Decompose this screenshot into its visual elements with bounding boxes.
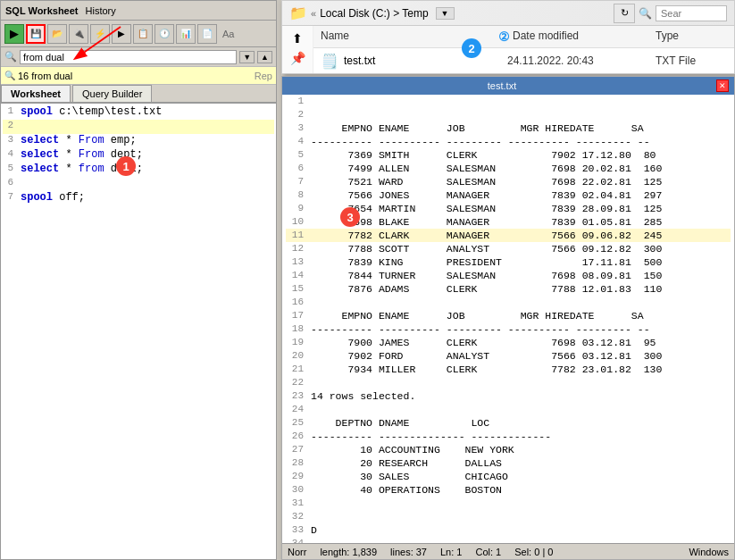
terminal-body[interactable]: 1 2 3 EMPNO ENAME JOB MGR HIREDATE SA 4-… [282,95,734,543]
nav-up-icon[interactable]: ⬆ [288,29,307,47]
file-column-header: Name ② Date modified Type [313,26,734,48]
aa-label: Aa [219,27,238,41]
red-arrow [49,18,156,71]
dropdown-btn[interactable]: ▼ [239,51,255,63]
term-line-19: 19 7900 JAMES CLERK 7698 03.12.81 95 [286,336,731,349]
term-line-24: 24 [286,403,731,416]
term-line-6: 6 7499 ALLEN SALESMAN 7698 20.02.81 160 [286,162,731,175]
history-button[interactable]: 🕐 [155,24,174,44]
annotation-1: 1 [116,156,136,176]
term-line-11: 11 7782 CLARK MANAGER 7566 09.06.82 245 [286,229,731,242]
file-list: Name ② Date modified Type 🗒️ test.txt 24… [313,26,734,73]
term-line-23: 2314 rows selected. [286,389,731,403]
hint-text: 16 from dual [18,71,255,81]
rep-label: Rep [255,71,272,81]
tabs-bar: Worksheet Query Builder [1,85,276,104]
term-line-32: 32 [286,510,731,523]
dbms-output-button[interactable]: 📄 [197,24,217,44]
file-date: 24.11.2022. 20:43 [507,54,650,67]
file-search-input[interactable] [656,5,727,21]
sort-circle: ② [495,29,513,44]
term-line-14: 14 7844 TURNER SALESMAN 7698 08.09.81 15… [286,269,731,282]
term-line-31: 31 [286,497,731,510]
term-line-26: 26---------- -------------- ------------… [286,430,731,443]
annotation-2: 2 [462,38,481,58]
sql-worksheet-panel: SQL Worksheet History ▶ 💾 📂 🔌 ⚡ ▶ 📋 🕐 📊 … [0,0,277,560]
term-line-25: 25 DEPTNO DNAME LOC [286,416,731,430]
terminal-statusbar: Norr length: 1,839 lines: 37 Ln: 1 Col: … [282,543,734,559]
tab-worksheet[interactable]: Worksheet [1,85,71,102]
status-length: length: 1,839 [320,547,377,557]
code-line-2: 2 [3,120,274,134]
term-line-28: 28 20 RESEARCH DALLAS [286,456,731,470]
status-encoding: Windows [689,547,729,557]
term-line-4: 4---------- ---------- --------- -------… [286,135,731,148]
status-norr: Norr [288,547,306,557]
status-sel: Sel: 0 | 0 [514,547,553,557]
tab-query-builder[interactable]: Query Builder [72,85,152,102]
terminal-close-button[interactable]: ✕ [716,79,729,92]
terminal-title: test.txt [288,80,716,91]
svg-line-1 [76,27,121,58]
term-line-1: 1 [286,95,731,108]
term-line-18: 18---------- ---------- --------- ------… [286,322,731,336]
file-explorer-controls: ↻ 🔍 [614,4,727,23]
autotrace-button[interactable]: 📊 [176,24,196,44]
run-button[interactable]: ▶ [4,24,24,44]
save-button[interactable]: 💾 [26,24,46,44]
term-line-12: 12 7788 SCOTT ANALYST 7566 09.12.82 300 [286,242,731,255]
code-line-6: 6 [3,177,274,191]
search-icon-fe: 🔍 [639,7,652,20]
breadcrumb-text[interactable]: Local Disk (C:) > Temp [320,7,428,20]
status-col: Col: 1 [475,547,501,557]
term-line-33: 33D [286,523,731,537]
term-line-2: 2 [286,108,731,121]
search-icon-2: 🔍 [4,71,15,80]
up-btn[interactable]: ▲ [257,51,272,63]
terminal-window: test.txt ✕ 1 2 3 EMPNO ENAME JOB MGR HIR… [281,76,735,560]
code-line-3: 3 select * From emp; [3,134,274,148]
term-line-30: 30 40 OPERATIONS BOSTON [286,483,731,497]
terminal-titlebar: test.txt ✕ [282,77,734,95]
file-row[interactable]: 🗒️ test.txt 24.11.2022. 20:43 TXT File [313,48,734,73]
col-type[interactable]: Type [656,29,727,44]
term-line-8: 8 7566 JONES MANAGER 7839 02.04.81 297 [286,188,731,202]
term-line-22: 22 [286,376,731,389]
folder-icon: 📁 [289,4,307,21]
code-editor[interactable]: 1 spool c:\temp\test.txt 2 3 select * Fr… [1,104,276,559]
history-menu[interactable]: History [86,5,116,16]
file-name: test.txt [344,54,502,67]
file-explorer: 📁 « Local Disk (C:) > Temp ▼ ↻ 🔍 ⬆ 📌 Nam… [281,0,735,74]
code-line-7: 7 spool off; [3,191,274,205]
term-line-7: 7 7521 WARD SALESMAN 7698 22.02.81 125 [286,175,731,188]
col-date[interactable]: Date modified [513,29,656,44]
nav-column: ⬆ 📌 [282,26,313,73]
term-line-3: 3 EMPNO ENAME JOB MGR HIREDATE SA [286,121,731,135]
code-line-5: 5 select * from dual; [3,163,274,177]
file-type: TXT File [656,54,727,67]
term-line-34: 34- [286,537,731,543]
file-explorer-body: ⬆ 📌 Name ② Date modified Type 🗒️ test.tx… [282,26,734,73]
annotation-3: 3 [340,207,360,227]
search-icon: 🔍 [4,51,17,63]
breadcrumb-dropdown[interactable]: ▼ [436,7,455,20]
file-icon: 🗒️ [321,53,338,70]
breadcrumb-separator: « [311,8,316,19]
status-ln: Ln: 1 [440,547,462,557]
term-line-5: 5 7369 SMITH CLERK 7902 17.12.80 80 [286,148,731,162]
term-line-15: 15 7876 ADAMS CLERK 7788 12.01.83 110 [286,282,731,296]
breadcrumb: 📁 « Local Disk (C:) > Temp ▼ [289,4,608,21]
nav-pin-icon[interactable]: 📌 [288,49,307,67]
term-line-17: 17 EMPNO ENAME JOB MGR HIREDATE SA [286,309,731,322]
term-line-16: 16 [286,296,731,309]
right-panel: 📁 « Local Disk (C:) > Temp ▼ ↻ 🔍 ⬆ 📌 Nam… [281,0,735,560]
code-line-1: 1 spool c:\temp\test.txt [3,105,274,120]
refresh-button[interactable]: ↻ [614,4,635,23]
file-explorer-titlebar: 📁 « Local Disk (C:) > Temp ▼ ↻ 🔍 [282,1,734,26]
status-lines: lines: 37 [390,547,427,557]
code-line-4: 4 select * From dept; [3,148,274,163]
term-line-20: 20 7902 FORD ANALYST 7566 03.12.81 300 [286,349,731,363]
worksheet-title: SQL Worksheet [5,5,79,16]
term-line-13: 13 7839 KING PRESIDENT 17.11.81 500 [286,255,731,269]
term-line-27: 27 10 ACCOUNTING NEW YORK [286,443,731,456]
